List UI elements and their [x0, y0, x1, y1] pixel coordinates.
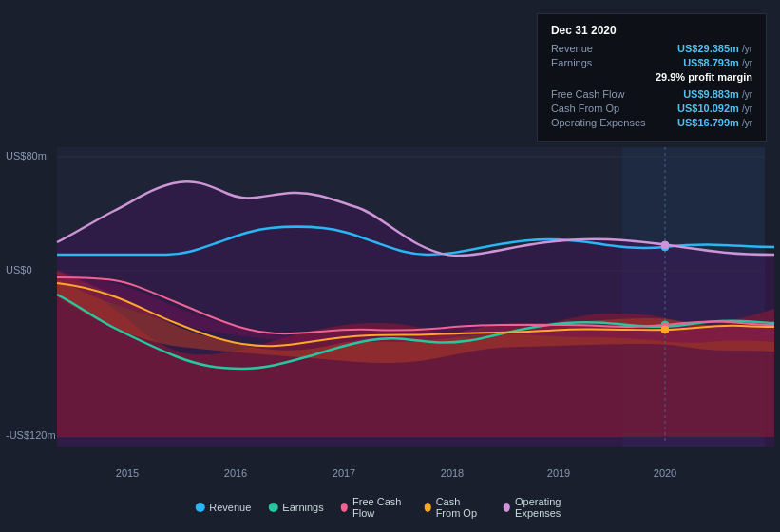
legend-item-fcf[interactable]: Free Cash Flow: [341, 496, 408, 519]
legend-label-fcf: Free Cash Flow: [352, 496, 407, 519]
tooltip-value-fcf: US$9.883m /yr: [683, 88, 752, 100]
legend-label-opex: Operating Expenses: [515, 496, 585, 519]
legend-item-opex[interactable]: Operating Expenses: [504, 496, 585, 519]
legend-item-cashop[interactable]: Cash From Op: [424, 496, 485, 519]
tooltip-row-cashop: Cash From Op US$10.092m /yr: [551, 103, 752, 114]
legend-item-revenue[interactable]: Revenue: [195, 502, 251, 513]
tooltip-value-cashop: US$10.092m /yr: [677, 103, 752, 114]
legend-item-earnings[interactable]: Earnings: [268, 502, 323, 513]
legend-dot-fcf: [341, 503, 348, 512]
tooltip-card: Dec 31 2020 Revenue US$29.385m /yr Earni…: [537, 13, 767, 142]
tooltip-value-earnings: US$8.793m /yr: [683, 57, 752, 68]
y-label-neg120m: -US$120m: [6, 429, 56, 441]
tooltip-title: Dec 31 2020: [551, 24, 752, 37]
legend-dot-earnings: [268, 503, 277, 512]
tooltip-label-cashop: Cash From Op: [551, 103, 656, 114]
chart-legend: Revenue Earnings Free Cash Flow Cash Fro…: [195, 496, 585, 519]
tooltip-label-opex: Operating Expenses: [551, 117, 656, 128]
x-label-2019: 2019: [547, 467, 570, 479]
tooltip-profit-margin: 29.9% profit margin: [656, 71, 752, 83]
tooltip-value-revenue: US$29.385m /yr: [677, 43, 752, 54]
y-label-80m: US$80m: [6, 150, 47, 162]
tooltip-label-revenue: Revenue: [551, 43, 656, 54]
tooltip-row-margin: 29.9% profit margin: [551, 71, 752, 86]
x-label-2020: 2020: [654, 467, 676, 479]
tooltip-label-fcf: Free Cash Flow: [551, 88, 656, 100]
legend-label-earnings: Earnings: [282, 502, 323, 513]
x-label-2017: 2017: [333, 467, 355, 479]
legend-dot-cashop: [424, 503, 430, 512]
tooltip-row-earnings: Earnings US$8.793m /yr: [551, 57, 752, 68]
svg-point-11: [661, 241, 669, 249]
legend-label-cashop: Cash From Op: [436, 496, 486, 519]
chart-container: US$80m US$0 -US$120m 2015 2016 2017 2018…: [0, 0, 780, 532]
legend-label-revenue: Revenue: [209, 502, 251, 513]
tooltip-value-opex: US$16.799m /yr: [677, 117, 752, 128]
tooltip-row-revenue: Revenue US$29.385m /yr: [551, 43, 752, 54]
x-label-2016: 2016: [224, 467, 247, 479]
x-label-2018: 2018: [441, 467, 464, 479]
tooltip-label-earnings: Earnings: [551, 57, 656, 68]
y-label-0: US$0: [6, 264, 32, 276]
x-label-2015: 2015: [116, 467, 139, 479]
tooltip-row-fcf: Free Cash Flow US$9.883m /yr: [551, 88, 752, 100]
legend-dot-revenue: [195, 503, 204, 512]
legend-dot-opex: [504, 503, 510, 512]
svg-point-10: [661, 326, 669, 333]
tooltip-row-opex: Operating Expenses US$16.799m /yr: [551, 117, 752, 128]
